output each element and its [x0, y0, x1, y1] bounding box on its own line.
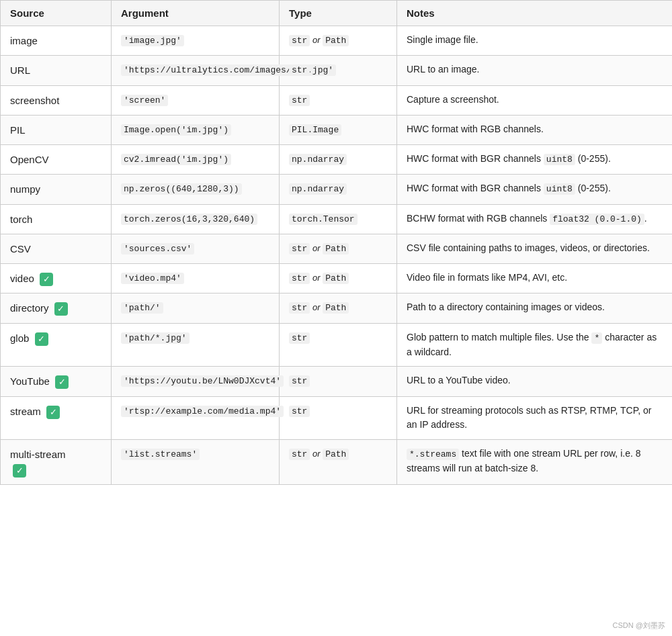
source-cell: URL [1, 56, 112, 85]
argument-cell: 'list.streams' [112, 439, 280, 485]
argument-cell: cv2.imread('im.jpg') [112, 145, 280, 175]
check-badge-icon: ✓ [13, 464, 26, 478]
notes-cell: URL to an image. [397, 56, 673, 85]
col-header-source: Source [1, 1, 112, 26]
notes-cell: Capture a screenshot. [397, 85, 673, 115]
table-row: multi-stream✓'list.streams'str or Path*.… [1, 439, 673, 485]
notes-cell: Video file in formats like MP4, AVI, etc… [397, 264, 673, 293]
table-row: YouTube ✓'https://youtu.be/LNw0DJXcvt4's… [1, 367, 673, 396]
notes-cell: CSV file containing paths to images, vid… [397, 234, 673, 263]
check-badge-icon: ✓ [54, 302, 68, 316]
argument-cell: 'path/' [112, 293, 280, 323]
notes-cell: *.streams text file with one stream URL … [397, 439, 673, 485]
table-row: image'image.jpg'str or PathSingle image … [1, 26, 673, 56]
table-row: PILImage.open('im.jpg')PIL.ImageHWC form… [1, 115, 673, 144]
argument-cell: 'image.jpg' [112, 26, 280, 56]
source-cell: CSV [1, 234, 112, 263]
check-badge-icon: ✓ [35, 332, 48, 346]
type-cell: str or Path [280, 293, 397, 323]
type-cell: str or Path [280, 26, 397, 56]
type-cell: str [280, 56, 397, 85]
source-cell: PIL [1, 115, 112, 144]
type-cell: str [280, 396, 397, 439]
argument-cell: 'rtsp://example.com/media.mp4' [112, 396, 280, 439]
source-cell: directory ✓ [1, 293, 112, 323]
source-cell: torch [1, 204, 112, 234]
check-badge-icon: ✓ [55, 375, 69, 389]
table-row: CSV'sources.csv'str or PathCSV file cont… [1, 234, 673, 263]
table-row: glob ✓'path/*.jpg'strGlob pattern to mat… [1, 323, 673, 367]
notes-cell: URL for streaming protocols such as RTSP… [397, 396, 673, 439]
type-cell: np.ndarray [280, 145, 397, 175]
argument-cell: 'screen' [112, 85, 280, 115]
type-cell: str or Path [280, 234, 397, 263]
type-cell: str [280, 367, 397, 396]
source-cell: glob ✓ [1, 323, 112, 367]
source-cell: stream ✓ [1, 396, 112, 439]
source-cell: screenshot [1, 85, 112, 115]
source-cell: multi-stream✓ [1, 439, 112, 485]
type-cell: str or Path [280, 264, 397, 293]
notes-cell: Glob pattern to match multiple files. Us… [397, 323, 673, 367]
table-row: OpenCVcv2.imread('im.jpg')np.ndarrayHWC … [1, 145, 673, 175]
argument-cell: 'path/*.jpg' [112, 323, 280, 367]
type-cell: str [280, 323, 397, 367]
col-header-argument: Argument [112, 1, 280, 26]
argument-cell: torch.zeros(16,3,320,640) [112, 204, 280, 234]
argument-cell: np.zeros((640,1280,3)) [112, 175, 280, 204]
argument-cell: 'sources.csv' [112, 234, 280, 263]
notes-cell: HWC format with BGR channels uint8 (0-25… [397, 145, 673, 175]
type-cell: str [280, 85, 397, 115]
notes-cell: Single image file. [397, 26, 673, 56]
main-table: Source Argument Type Notes image'image.j… [0, 0, 672, 485]
table-row: directory ✓'path/'str or PathPath to a d… [1, 293, 673, 323]
table-row: screenshot'screen'strCapture a screensho… [1, 85, 673, 115]
table-row: stream ✓'rtsp://example.com/media.mp4'st… [1, 396, 673, 439]
table-row: numpynp.zeros((640,1280,3))np.ndarrayHWC… [1, 175, 673, 204]
notes-cell: Path to a directory containing images or… [397, 293, 673, 323]
notes-cell: BCHW format with RGB channels float32 (0… [397, 204, 673, 234]
check-badge-icon: ✓ [40, 273, 53, 286]
type-cell: np.ndarray [280, 175, 397, 204]
col-header-notes: Notes [397, 1, 673, 26]
source-cell: numpy [1, 175, 112, 204]
source-cell: YouTube ✓ [1, 367, 112, 396]
table-row: video ✓'video.mp4'str or PathVideo file … [1, 264, 673, 293]
type-cell: torch.Tensor [280, 204, 397, 234]
table-row: torchtorch.zeros(16,3,320,640)torch.Tens… [1, 204, 673, 234]
type-cell: str or Path [280, 439, 397, 485]
source-cell: image [1, 26, 112, 56]
check-badge-icon: ✓ [46, 406, 60, 419]
notes-cell: HWC format with RGB channels. [397, 115, 673, 144]
argument-cell: 'https://youtu.be/LNw0DJXcvt4' [112, 367, 280, 396]
table-row: URL'https://ultralytics.com/images/bus.j… [1, 56, 673, 85]
col-header-type: Type [280, 1, 397, 26]
source-cell: OpenCV [1, 145, 112, 175]
type-cell: PIL.Image [280, 115, 397, 144]
argument-cell: 'video.mp4' [112, 264, 280, 293]
argument-cell: 'https://ultralytics.com/images/bus.jpg' [112, 56, 280, 85]
source-cell: video ✓ [1, 264, 112, 293]
header-row: Source Argument Type Notes [1, 1, 673, 26]
notes-cell: HWC format with BGR channels uint8 (0-25… [397, 175, 673, 204]
notes-cell: URL to a YouTube video. [397, 367, 673, 396]
argument-cell: Image.open('im.jpg') [112, 115, 280, 144]
